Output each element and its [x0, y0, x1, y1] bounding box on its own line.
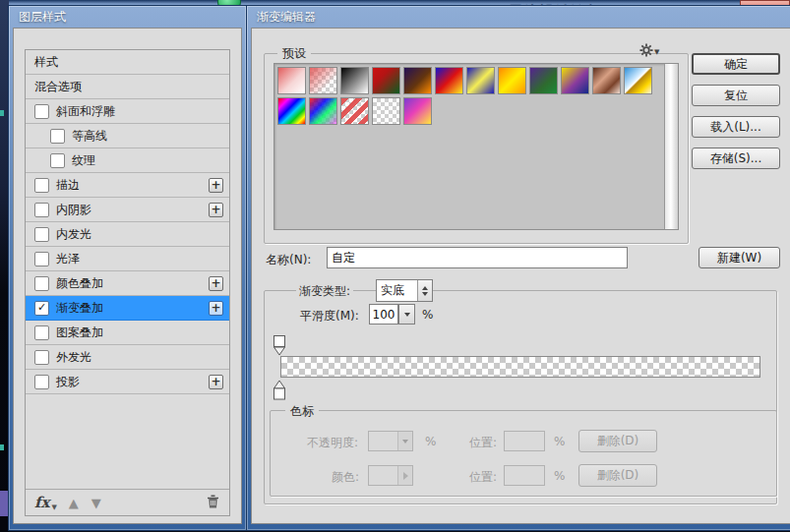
style-item-inner-shadow[interactable]: 内阴影+ — [26, 198, 229, 222]
color-label: 颜色: — [332, 469, 359, 486]
opacity-stop-marker[interactable] — [273, 334, 286, 357]
checkbox-pattern-overlay[interactable] — [34, 325, 49, 340]
style-item-outer-glow[interactable]: 外发光 — [26, 345, 229, 370]
layer-style-body: 样式混合选项斜面和浮雕等高线纹理描边+内阴影+内发光光泽颜色叠加+✓渐变叠加+图… — [13, 28, 242, 524]
workspace-accent — [0, 110, 4, 116]
color-swatch — [368, 465, 413, 486]
style-item-label: 斜面和浮雕 — [56, 103, 115, 120]
chevron-down-icon: ▼ — [654, 48, 659, 56]
gradient-preset-5[interactable] — [403, 67, 432, 94]
chevron-down-icon: ▼ — [51, 503, 56, 515]
name-label: 名称(N): — [266, 252, 311, 268]
layer-style-titlebar[interactable]: 图层样式 — [9, 6, 246, 28]
presets-menu-button[interactable]: ▼ — [639, 43, 659, 60]
gradient-preview-bar[interactable] — [280, 356, 760, 378]
smoothness-percent: % — [422, 308, 433, 322]
add-effect-button-color-overlay[interactable]: + — [209, 276, 223, 291]
color-position-label: 位置: — [469, 469, 497, 486]
layer-style-list: 样式混合选项斜面和浮雕等高线纹理描边+内阴影+内发光光泽颜色叠加+✓渐变叠加+图… — [25, 49, 230, 516]
save-button[interactable]: 存储(S)... — [692, 148, 780, 169]
gradient-preset-2[interactable] — [309, 67, 337, 94]
checkbox-stroke[interactable] — [34, 178, 49, 193]
opacity-position-label: 位置: — [469, 435, 497, 451]
ok-button[interactable]: 确定 — [692, 53, 780, 75]
style-item-label: 混合选项 — [34, 79, 82, 95]
gradient-preset-11[interactable] — [592, 67, 621, 94]
stops-group-label: 色标 — [285, 403, 319, 420]
checkbox-contour[interactable] — [50, 129, 65, 144]
style-item-gradient-overlay[interactable]: ✓渐变叠加+ — [26, 296, 229, 321]
add-effect-button-drop-shadow[interactable]: + — [209, 375, 223, 389]
gradient-preset-8[interactable] — [498, 67, 526, 94]
style-item-label: 光泽 — [56, 251, 80, 267]
checkbox-texture[interactable] — [50, 153, 65, 168]
style-item-blending-options[interactable]: 混合选项 — [26, 75, 229, 99]
smoothness-dropdown-button[interactable] — [398, 304, 415, 325]
gradient-preset-15[interactable] — [340, 97, 369, 125]
style-item-label: 描边 — [56, 177, 80, 194]
smoothness-input[interactable] — [369, 304, 398, 325]
add-effect-button-stroke[interactable]: + — [209, 178, 223, 193]
add-effect-button-inner-shadow[interactable]: + — [209, 203, 223, 217]
chevron-down-icon — [404, 313, 410, 317]
style-item-color-overlay[interactable]: 颜色叠加+ — [26, 271, 229, 296]
gradient-preset-4[interactable] — [372, 67, 400, 94]
opacity-value — [369, 432, 397, 450]
checkbox-satin[interactable] — [34, 252, 49, 266]
add-effect-button-gradient-overlay[interactable]: + — [209, 301, 223, 316]
gear-icon — [639, 43, 653, 60]
gradient-type-value: 实底 — [377, 280, 417, 301]
style-item-contour[interactable]: 等高线 — [26, 124, 229, 148]
presets-scrollbar[interactable] — [664, 64, 678, 229]
gradient-preset-16[interactable] — [372, 97, 400, 125]
style-item-stroke[interactable]: 描边+ — [26, 173, 229, 198]
opacity-position-percent: % — [554, 435, 565, 448]
gradient-preset-13[interactable] — [277, 97, 306, 125]
checkbox-drop-shadow[interactable] — [34, 375, 49, 389]
gradient-type-label: 渐变类型: — [296, 283, 353, 300]
gradient-name-input[interactable] — [327, 247, 628, 268]
chevron-right-icon — [397, 466, 412, 485]
move-up-button[interactable]: ▲ — [69, 496, 79, 510]
trash-icon[interactable] — [206, 494, 220, 512]
checkbox-gradient-overlay[interactable]: ✓ — [34, 301, 49, 316]
style-item-texture[interactable]: 纹理 — [26, 148, 229, 173]
gradient-preset-1[interactable] — [277, 67, 306, 94]
preset-grid — [274, 64, 665, 229]
gradient-editor-body: 预设 ▼ 确定 复位 载入(L)... 存储(S)... 新建(W) — [251, 28, 790, 524]
checkbox-inner-glow[interactable] — [34, 227, 49, 242]
gradient-preset-10[interactable] — [561, 67, 589, 94]
color-stop-marker[interactable] — [273, 379, 286, 401]
delete-opacity-stop-button: 删除(D) — [578, 430, 657, 452]
gradient-preset-7[interactable] — [466, 67, 495, 94]
checkbox-color-overlay[interactable] — [34, 276, 49, 291]
style-item-inner-glow[interactable]: 内发光 — [26, 222, 229, 247]
style-item-pattern-overlay[interactable]: 图案叠加 — [26, 321, 229, 345]
gradient-editor-titlebar[interactable]: 渐变编辑器 — [247, 6, 790, 28]
move-down-button[interactable]: ▼ — [91, 496, 101, 510]
gradient-type-select[interactable]: 实底 — [376, 279, 433, 302]
fx-icon[interactable]: fx — [34, 494, 49, 511]
gradient-preset-14[interactable] — [309, 97, 337, 125]
style-item-label: 投影 — [56, 374, 80, 390]
style-item-styles[interactable]: 样式 — [26, 50, 229, 75]
spinner-icon[interactable] — [417, 280, 432, 301]
style-item-drop-shadow[interactable]: 投影+ — [26, 370, 229, 394]
load-button[interactable]: 载入(L)... — [692, 116, 780, 138]
new-button[interactable]: 新建(W) — [699, 247, 780, 268]
workspace-accent — [0, 444, 4, 450]
style-item-bevel-emboss[interactable]: 斜面和浮雕 — [26, 99, 229, 124]
opacity-position-input — [504, 431, 545, 451]
gradient-preset-3[interactable] — [340, 67, 369, 94]
checkbox-inner-shadow[interactable] — [34, 203, 49, 217]
gradient-preset-9[interactable] — [529, 67, 558, 94]
style-item-satin[interactable]: 光泽 — [26, 247, 229, 271]
gradient-preset-12[interactable] — [624, 67, 652, 94]
checkbox-outer-glow[interactable] — [34, 350, 49, 365]
gradient-preset-17[interactable] — [403, 97, 432, 125]
gradient-preset-6[interactable] — [435, 67, 463, 94]
style-item-label: 内发光 — [56, 226, 91, 243]
reset-button[interactable]: 复位 — [692, 85, 780, 106]
presets-group-label: 预设 — [277, 45, 311, 62]
checkbox-bevel-emboss[interactable] — [34, 104, 49, 119]
